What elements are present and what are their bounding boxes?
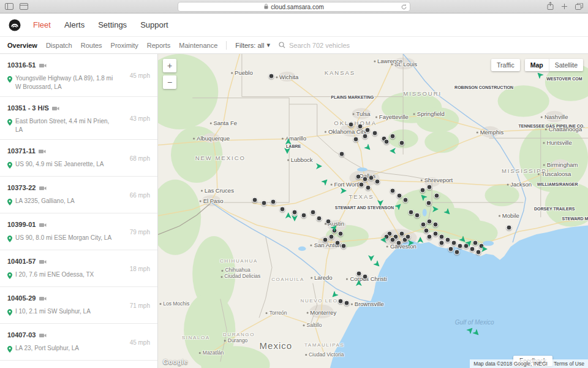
vehicle-marker-stopped[interactable] (415, 213, 420, 218)
vehicle-marker-stopped[interactable] (344, 301, 350, 306)
samsara-logo[interactable] (9, 19, 21, 31)
tab-reports[interactable]: Reports (147, 42, 171, 49)
vehicle-marker-stopped[interactable] (317, 215, 322, 221)
vehicle-marker-stopped[interactable] (369, 175, 374, 181)
vehicle-marker-stopped[interactable] (399, 231, 405, 236)
vehicle-marker-stopped[interactable] (402, 197, 408, 203)
new-tab-icon[interactable] (561, 1, 568, 12)
vehicle-marker-moving[interactable] (443, 208, 452, 217)
vehicle-marker-stopped[interactable] (356, 270, 361, 276)
vehicle-marker-stopped[interactable] (445, 237, 451, 243)
vehicle-marker-stopped[interactable] (359, 182, 364, 187)
vehicle-marker-stopped[interactable] (375, 178, 380, 184)
vehicle-marker-stopped[interactable] (448, 246, 454, 251)
vehicle-marker-stopped[interactable] (399, 140, 405, 145)
tabs-overview-icon[interactable] (575, 1, 583, 12)
vehicle-marker-stopped[interactable] (470, 246, 475, 251)
vehicle-marker-stopped[interactable] (301, 213, 306, 218)
address-bar[interactable]: cloud.samsara.com (178, 2, 410, 12)
share-icon[interactable] (547, 1, 554, 12)
vehicle-marker-stopped[interactable] (396, 240, 402, 246)
vehicle-marker-stopped[interactable] (310, 210, 315, 215)
tab-maintenance[interactable]: Maintenance (179, 42, 217, 49)
tab-dispatch[interactable]: Dispatch (46, 42, 72, 49)
vehicle-marker-stopped[interactable] (339, 151, 344, 156)
vehicle-marker-moving[interactable] (316, 163, 322, 169)
vehicle-marker-stopped[interactable] (426, 185, 432, 190)
nav-item-fleet[interactable]: Fleet (33, 20, 51, 29)
zoom-in-button[interactable]: + (163, 59, 176, 72)
tab-proximity[interactable]: Proximity (111, 42, 138, 49)
vehicle-marker-stopped[interactable] (390, 237, 396, 243)
vehicle-marker-moving[interactable] (373, 260, 382, 269)
vehicle-marker-moving[interactable] (285, 139, 292, 145)
vehicle-marker-stopped[interactable] (426, 201, 432, 206)
google-logo[interactable]: Google (163, 358, 188, 366)
vehicle-marker-stopped[interactable] (338, 298, 344, 304)
vehicle-marker-stopped[interactable] (432, 222, 438, 228)
vehicle-marker-stopped[interactable] (362, 176, 368, 182)
vehicle-marker-moving[interactable] (284, 148, 290, 154)
tab-routes[interactable]: Routes (81, 42, 102, 49)
vehicle-marker-stopped[interactable] (357, 123, 363, 129)
vehicle-row[interactable]: 10371-11 US 90, 4.9 mi SE Jeanerette, LA… (0, 140, 157, 177)
vehicle-marker-stopped[interactable] (372, 131, 377, 136)
vehicle-marker-stopped[interactable] (325, 218, 331, 224)
vehicle-marker-stopped[interactable] (426, 218, 432, 224)
vehicle-marker-moving[interactable] (481, 246, 488, 252)
vehicle-row[interactable]: 10407-03 LA 23, Port Sulphur, LA 45 mph (0, 324, 157, 361)
vehicle-marker-stopped[interactable] (364, 127, 370, 132)
traffic-button[interactable]: Traffic (491, 59, 520, 71)
vehicle-row[interactable]: 10373-22 LA 3235, Galliano, LA 66 mph (0, 177, 157, 213)
vehicle-marker-moving[interactable] (364, 144, 372, 152)
vehicle-marker-stopped[interactable] (362, 274, 368, 280)
vehicle-row[interactable]: 10405-29 I 10, 2.1 mi SW Sulphur, LA 71 … (0, 287, 157, 324)
vehicle-marker-moving[interactable] (321, 177, 330, 186)
vehicle-marker-stopped[interactable] (334, 240, 340, 246)
vehicle-marker-moving[interactable] (417, 237, 423, 243)
vehicle-marker-moving[interactable] (368, 255, 374, 261)
vehicle-marker-moving[interactable] (432, 206, 439, 212)
vehicle-marker-stopped[interactable] (420, 188, 425, 193)
terms-of-use-link[interactable]: Terms of Use (554, 361, 584, 367)
vehicle-marker-stopped[interactable] (421, 222, 426, 228)
vehicle-marker-moving[interactable] (330, 291, 339, 299)
tab-overview-icon[interactable] (20, 3, 28, 10)
nav-item-support[interactable]: Support (140, 20, 168, 29)
vehicle-marker-stopped[interactable] (366, 185, 371, 191)
vehicle-marker-moving[interactable] (390, 148, 396, 154)
vehicle-row[interactable]: 10416-51 LA 308, 7.0 mi SE Raceland, LA … (0, 361, 157, 368)
vehicle-marker-stopped[interactable] (338, 231, 344, 236)
vehicle-marker-moving[interactable] (356, 280, 362, 286)
vehicle-marker-stopped[interactable] (271, 199, 276, 205)
vehicle-marker-moving[interactable] (408, 240, 414, 246)
vehicle-marker-stopped[interactable] (323, 237, 328, 243)
nav-item-alerts[interactable]: Alerts (64, 20, 85, 29)
filters-dropdown[interactable]: Filters: all ▾ (235, 41, 270, 49)
vehicle-marker-moving[interactable] (472, 329, 481, 337)
vehicle-marker-stopped[interactable] (457, 243, 462, 248)
vehicle-marker-stopped[interactable] (439, 234, 445, 239)
vehicle-marker-stopped[interactable] (252, 197, 257, 203)
vehicle-marker-moving[interactable] (341, 188, 347, 194)
vehicle-marker-stopped[interactable] (292, 210, 298, 215)
vehicle-marker-moving[interactable] (292, 215, 298, 221)
vehicle-marker-stopped[interactable] (396, 193, 402, 198)
vehicle-marker-stopped[interactable] (426, 234, 432, 239)
vehicle-marker-stopped[interactable] (434, 193, 439, 198)
map-type-satellite-button[interactable]: Satellite (549, 59, 583, 71)
tab-overview[interactable]: Overview (7, 42, 37, 49)
vehicle-row[interactable]: 10351 - 3 H/S East Burton Street, 4.4 mi… (0, 97, 157, 140)
vehicle-marker-stopped[interactable] (328, 234, 334, 239)
vehicle-marker-moving[interactable] (419, 193, 428, 201)
vehicle-marker-stopped[interactable] (341, 243, 347, 248)
search-input[interactable] (289, 42, 387, 49)
vehicle-marker-stopped[interactable] (405, 234, 410, 239)
vehicle-marker-stopped[interactable] (261, 201, 266, 206)
nav-item-settings[interactable]: Settings (98, 20, 127, 29)
map-type-map-button[interactable]: Map (525, 59, 549, 71)
vehicle-marker-stopped[interactable] (408, 210, 413, 215)
vehicle-marker-stopped[interactable] (383, 139, 389, 144)
vehicle-marker-stopped[interactable] (269, 73, 274, 79)
vehicle-marker-moving[interactable] (394, 202, 403, 210)
